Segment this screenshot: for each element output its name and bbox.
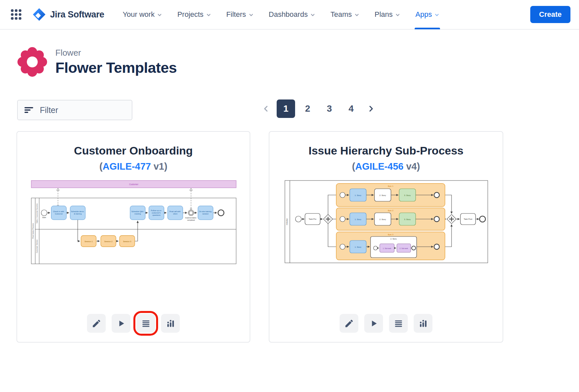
run-button[interactable]	[364, 314, 383, 333]
issue-link[interactable]: AGILE-456	[355, 161, 404, 172]
end-event	[480, 216, 485, 222]
lane2-label: Customer Service	[36, 239, 38, 253]
chevron-left-icon	[262, 104, 270, 113]
issue-link[interactable]: AGILE-477	[103, 161, 151, 172]
svg-text:Follow up on customer': Follow up on customer's questions	[151, 210, 162, 216]
nav-item-projects[interactable]: Projects	[177, 0, 211, 29]
process-label: Post Sales Process	[32, 223, 34, 238]
task-schedule-qa-meeting: Schedule Q&A meeting	[130, 206, 145, 220]
nav-item-teams[interactable]: Teams	[330, 0, 359, 29]
epic-label: Epic 2	[388, 210, 394, 211]
subprocess-label: 2. Story	[391, 238, 397, 240]
epic-3-group: Epic 3 1. Story 2. Story 1. Sub-task 2. …	[336, 232, 445, 260]
top-navbar: Jira Software Your work Projects Filters…	[0, 0, 579, 30]
menu-button[interactable]	[136, 314, 155, 333]
nav-item-filters[interactable]: Filters	[226, 0, 254, 29]
menu-icon	[394, 319, 403, 328]
subtitle-open: (	[99, 161, 103, 172]
nav-label: Dashboards	[269, 10, 308, 19]
bar-chart-icon	[418, 319, 428, 328]
task-session-2: Session 2	[101, 236, 116, 247]
nav-label: Teams	[330, 10, 352, 19]
task-on-site-training: On-site training session	[198, 206, 213, 220]
svg-text:1. Story: 1. Story	[355, 218, 361, 220]
chevron-down-icon	[434, 13, 439, 17]
report-button[interactable]	[161, 314, 180, 333]
template-card-customer-onboarding: Customer Onboarding (AGILE-477 v1) Custo…	[16, 131, 250, 343]
pagination: 1 2 3 4	[259, 99, 378, 118]
main-nav: Your work Projects Filters Dashboards Te…	[123, 0, 439, 29]
bpmn-diagram-customer-onboarding: Customer Post Sales Process Sales / Cust…	[31, 180, 236, 266]
nav-label: Apps	[415, 10, 432, 19]
nav-label: Your work	[123, 10, 154, 19]
jira-brand[interactable]: Jira Software	[30, 7, 106, 22]
next-page-button[interactable]	[364, 99, 378, 118]
filter-placeholder: Filter	[40, 105, 58, 115]
header-text: Flower Flower Templates	[55, 48, 177, 76]
svg-text:Session 3: Session 3	[123, 240, 131, 242]
nav-item-apps[interactable]: Apps	[415, 0, 439, 29]
svg-text:1. Sub-task: 1. Sub-task	[383, 247, 391, 249]
task-schedule-demo-training: Schedule demo & training	[70, 206, 85, 220]
task-follow-up-questions: Follow up on customer's questions	[149, 206, 164, 220]
start-label: Start	[42, 216, 46, 218]
task-session-1: Session 1	[81, 236, 96, 247]
chevron-right-icon	[367, 104, 375, 113]
nav-label: Plans	[374, 10, 393, 19]
pool-label: Customer	[129, 183, 139, 185]
flower-icon	[17, 46, 47, 78]
run-button[interactable]	[112, 314, 130, 333]
edit-button[interactable]	[340, 314, 358, 333]
pencil-icon	[344, 319, 354, 328]
prev-page-button[interactable]	[259, 99, 273, 118]
pencil-icon	[92, 319, 101, 328]
create-button[interactable]: Create	[530, 6, 570, 23]
menu-button[interactable]	[389, 314, 408, 333]
page-header: Flower Flower Templates	[17, 46, 177, 78]
nav-label: Filters	[226, 10, 246, 19]
chevron-down-icon	[310, 13, 315, 17]
filter-lines-icon	[24, 106, 33, 114]
app-switcher-button[interactable]	[9, 7, 24, 22]
nav-item-plans[interactable]: Plans	[374, 0, 400, 29]
nav-item-your-work[interactable]: Your work	[123, 0, 162, 29]
bar-chart-icon	[166, 319, 176, 328]
svg-text:1. Story: 1. Story	[355, 194, 361, 196]
play-icon	[116, 319, 126, 328]
subtitle-version: v1)	[151, 161, 167, 172]
nav-item-dashboards[interactable]: Dashboards	[269, 0, 316, 29]
svg-text:2. Story: 2. Story	[379, 218, 386, 220]
pool-customer: Customer	[31, 181, 236, 188]
template-card-issue-hierarchy: Issue Hierarchy Sub-Process (AGILE-456 v…	[269, 131, 503, 343]
epic-2-group: Epic 2 1. Story 2. Story 3. Story	[336, 208, 445, 230]
page-button-2[interactable]: 2	[298, 99, 317, 118]
chevron-down-icon	[249, 13, 254, 17]
template-subtitle: (AGILE-456 v4)	[269, 161, 503, 172]
epic-1-group: Epic 1 1. Story 2. Story 3. Story	[336, 183, 445, 207]
breadcrumb: Flower	[55, 48, 177, 58]
svg-text:3. Story: 3. Story	[404, 194, 411, 196]
jira-logo-icon	[32, 8, 46, 21]
menu-icon	[141, 319, 151, 328]
task-final-call-with-client: Final call with client	[168, 206, 183, 220]
svg-text:Session 2: Session 2	[104, 240, 113, 242]
svg-text:1. Story: 1. Story	[355, 246, 361, 248]
svg-text:Implementation complet: Implementation completed	[185, 217, 197, 221]
page-button-3[interactable]: 3	[320, 99, 339, 118]
subtitle-open: (	[352, 161, 355, 172]
page-button-4[interactable]: 4	[342, 99, 360, 118]
task-check-in-with-customer: Check in with Customer	[51, 206, 67, 220]
page-button-1[interactable]: 1	[277, 99, 295, 118]
page-title: Flower Templates	[55, 59, 177, 76]
app-grid-icon	[10, 8, 22, 21]
lane1-label: Sales / Customer Success	[36, 203, 38, 223]
epic-label: Epic 3	[388, 234, 394, 236]
template-title: Issue Hierarchy Sub-Process	[269, 144, 503, 157]
template-subtitle: (AGILE-477 v1)	[17, 161, 250, 172]
filter-input[interactable]: Filter	[17, 100, 132, 120]
start-event: Start	[41, 210, 47, 218]
edit-button[interactable]	[87, 314, 106, 333]
report-button[interactable]	[414, 314, 432, 333]
brand-title: Jira Software	[50, 10, 104, 20]
svg-text:3. Story: 3. Story	[404, 218, 411, 220]
